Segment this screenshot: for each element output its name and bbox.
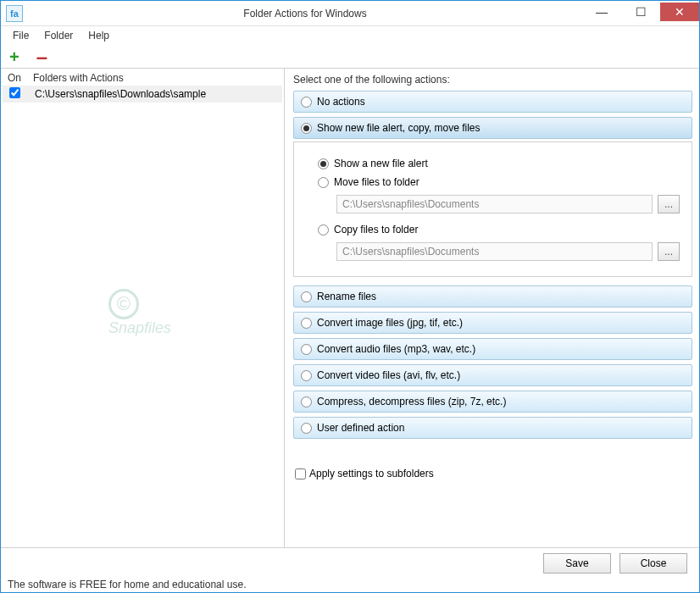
radio-icon[interactable] (301, 396, 312, 407)
menubar: File Folder Help (1, 26, 699, 45)
toolbar: + – (1, 45, 699, 69)
titlebar: fa Folder Actions for Windows — ☐ ✕ (1, 1, 699, 26)
folder-row[interactable]: C:\Users\snapfiles\Downloads\sample (3, 86, 282, 103)
action-compress[interactable]: Compress, decompress files (zip, 7z, etc… (293, 391, 692, 413)
action-show-alert[interactable]: Show new file alert, copy, move files (293, 117, 692, 139)
action-rename[interactable]: Rename files (293, 285, 692, 308)
radio-icon[interactable] (301, 123, 312, 134)
action-label: Compress, decompress files (zip, 7z, etc… (317, 396, 506, 407)
minimize-button[interactable]: — (582, 3, 621, 21)
action-convert-audio[interactable]: Convert audio files (mp3, wav, etc.) (293, 338, 692, 360)
watermark: © Snapfiles (108, 289, 171, 337)
action-label: Convert video files (avi, flv, etc.) (317, 369, 460, 381)
radio-icon[interactable] (318, 177, 329, 188)
close-dialog-button[interactable]: Close (619, 553, 687, 574)
sub-copy[interactable]: Copy files to folder (318, 224, 680, 236)
browse-move-button[interactable]: ... (658, 195, 680, 213)
sub-label: Show a new file alert (334, 158, 428, 169)
radio-icon[interactable] (318, 224, 329, 236)
radio-icon[interactable] (301, 370, 312, 381)
menu-file[interactable]: File (6, 28, 36, 43)
column-folders: Folders with Actions (33, 72, 124, 84)
add-icon[interactable]: + (9, 48, 19, 65)
radio-icon[interactable] (301, 97, 312, 108)
radio-icon[interactable] (301, 423, 312, 434)
copy-path-row: ... (336, 242, 680, 261)
apply-subfolders-checkbox[interactable] (295, 468, 306, 479)
window-controls: — ☐ ✕ (582, 6, 699, 21)
browse-copy-button[interactable]: ... (658, 242, 680, 261)
remove-icon[interactable]: – (36, 47, 47, 67)
action-label: Convert image files (jpg, tif, etc.) (317, 317, 463, 329)
action-convert-video[interactable]: Convert video files (avi, flv, etc.) (293, 364, 692, 386)
folders-panel: On Folders with Actions C:\Users\snapfil… (1, 69, 285, 547)
actions-panel: Select one of the following actions: No … (285, 69, 699, 547)
action-convert-image[interactable]: Convert image files (jpg, tif, etc.) (293, 312, 692, 334)
move-path-input[interactable] (336, 195, 653, 213)
apply-subfolders-label: Apply settings to subfolders (309, 468, 434, 479)
menu-folder[interactable]: Folder (37, 28, 80, 43)
maximize-button[interactable]: ☐ (621, 3, 660, 21)
action-label: No actions (317, 96, 365, 108)
action-user-defined[interactable]: User defined action (293, 417, 692, 439)
folder-path: C:\Users\snapfiles\Downloads\sample (35, 88, 206, 100)
actions-heading: Select one of the following actions: (293, 72, 692, 91)
sub-show-alert[interactable]: Show a new file alert (318, 158, 680, 169)
save-button[interactable]: Save (543, 553, 611, 574)
sub-label: Copy files to folder (334, 224, 418, 236)
close-button[interactable]: ✕ (660, 3, 699, 21)
folder-enabled-checkbox[interactable] (9, 87, 20, 98)
radio-icon[interactable] (318, 158, 329, 169)
sub-panel: Show a new file alert Move files to fold… (293, 141, 692, 277)
apply-subfolders-row[interactable]: Apply settings to subfolders (293, 463, 692, 479)
sub-move[interactable]: Move files to folder (318, 176, 680, 188)
window-title: Folder Actions for Windows (28, 8, 582, 19)
action-label: Convert audio files (mp3, wav, etc.) (317, 343, 475, 355)
statusbar: The software is FREE for home and educat… (1, 578, 699, 593)
action-no-actions[interactable]: No actions (293, 91, 692, 113)
column-on: On (8, 72, 33, 84)
menu-help[interactable]: Help (81, 28, 116, 43)
action-label: User defined action (317, 422, 404, 434)
copy-path-input[interactable] (336, 242, 653, 261)
folders-header: On Folders with Actions (1, 69, 284, 86)
content: On Folders with Actions C:\Users\snapfil… (1, 69, 699, 547)
app-icon: fa (6, 5, 23, 22)
sub-label: Move files to folder (334, 176, 419, 188)
move-path-row: ... (336, 195, 680, 213)
action-label: Rename files (317, 291, 376, 302)
radio-icon[interactable] (301, 318, 312, 329)
bottom-buttons: Save Close (1, 547, 699, 578)
radio-icon[interactable] (301, 344, 312, 355)
radio-icon[interactable] (301, 291, 312, 302)
action-label: Show new file alert, copy, move files (317, 122, 481, 134)
